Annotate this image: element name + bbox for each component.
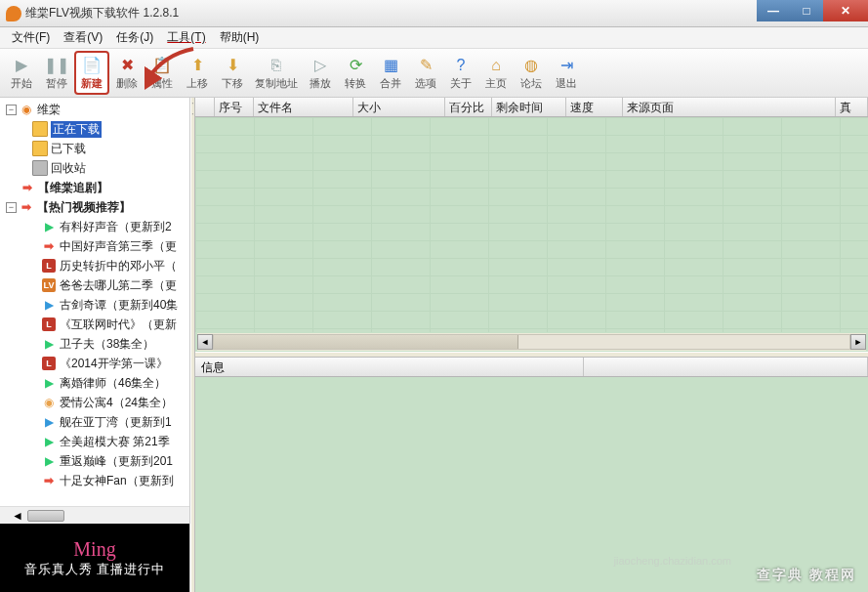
toolbar-delete-button[interactable]: ✖删除 [109, 51, 145, 95]
col-size[interactable]: 大小 [353, 98, 445, 116]
tree-item-1[interactable]: ➡中国好声音第三季（更 [2, 236, 189, 256]
close-button[interactable]: ✕ [823, 0, 868, 21]
info-body[interactable] [195, 377, 868, 592]
tree-item-9[interactable]: ◉爱情公寓4（24集全） [2, 393, 189, 412]
toolbar-pause-button[interactable]: ❚❚暂停 [39, 51, 74, 95]
sidebar: −◉维棠正在下载已下载回收站➡【维棠追剧】−➡【热门视频推荐】▶有料好声音（更新… [0, 98, 190, 592]
toolbar-copy-button[interactable]: ⎘复制地址 [250, 51, 303, 95]
toolbar-label: 上移 [186, 76, 208, 91]
options-icon: ✎ [416, 56, 435, 75]
col-percent[interactable]: 百分比 [445, 98, 492, 116]
toolbar-label: 播放 [310, 76, 331, 91]
ad-tagline: 音乐真人秀 直播进行中 [24, 561, 166, 578]
col-seq[interactable]: 序号 [215, 98, 254, 116]
folder-icon [32, 121, 48, 137]
sidebar-hscroll[interactable]: ◄ [0, 506, 189, 524]
toolbar-prop-button[interactable]: 📋属性 [145, 51, 180, 95]
tree-item-5[interactable]: L《互联网时代》（更新 [2, 315, 189, 334]
tree-item-3[interactable]: LV爸爸去哪儿第二季（更 [2, 275, 189, 295]
menu-tools[interactable]: 工具(T) [161, 27, 211, 48]
toolbar-up-button[interactable]: ⬆上移 [180, 51, 215, 95]
tree: −◉维棠正在下载已下载回收站➡【维棠追剧】−➡【热门视频推荐】▶有料好声音（更新… [0, 98, 189, 506]
ad-banner[interactable]: Ming 音乐真人秀 直播进行中 [0, 524, 189, 592]
toolbar-play-button[interactable]: ▷播放 [303, 51, 338, 95]
toolbar-down-button[interactable]: ⬇下移 [215, 51, 250, 95]
main-hscroll[interactable]: ◄► [197, 333, 866, 351]
tree-item-4[interactable]: ▶古剑奇谭（更新到40集 [2, 295, 189, 315]
toolbar-options-button[interactable]: ✎选项 [408, 51, 443, 95]
menu-help[interactable]: 帮助(H) [214, 27, 266, 48]
col-filename[interactable]: 文件名 [254, 98, 353, 116]
grid-header: 序号 文件名 大小 百分比 剩余时间 速度 来源页面 真 [195, 98, 868, 117]
maximize-button[interactable]: □ [790, 0, 823, 21]
watermark-sub: jiaocheng.chazidian.com [614, 555, 731, 567]
toolbar-new-button[interactable]: 📄新建 [74, 51, 109, 95]
start-icon: ▶ [12, 56, 31, 75]
tree-root[interactable]: −◉维棠 [2, 100, 189, 119]
pause-icon: ❚❚ [47, 56, 66, 75]
toolbar-label: 下移 [222, 76, 243, 91]
minimize-button[interactable]: — [757, 0, 790, 21]
copy-icon: ⎘ [267, 56, 286, 75]
play-icon: ▶ [41, 336, 57, 352]
col-speed[interactable]: 速度 [566, 98, 623, 116]
tree-item-8[interactable]: ▶离婚律师（46集全） [2, 373, 189, 393]
toolbar-exit-button[interactable]: ⇥退出 [549, 51, 584, 95]
tree-item-2[interactable]: L历史转折中的邓小平（ [2, 256, 189, 275]
arrow-icon: ➡ [41, 238, 57, 254]
forum-icon: ◍ [521, 56, 541, 75]
col-blank[interactable] [195, 98, 215, 116]
about-icon: ? [451, 56, 471, 75]
toolbar-home-button[interactable]: ⌂主页 [478, 51, 514, 95]
toolbar-label: 主页 [485, 76, 507, 91]
twisty-icon[interactable]: − [6, 105, 17, 115]
app-icon [6, 6, 21, 21]
info-label[interactable]: 信息 [195, 358, 584, 376]
toolbar-label: 退出 [556, 76, 577, 91]
tree-hot[interactable]: −➡【热门视频推荐】 [2, 197, 189, 217]
prop-icon: 📋 [152, 56, 172, 75]
convert-icon: ⟳ [346, 56, 365, 75]
app-node-icon: ◉ [19, 102, 34, 117]
tree-recycle[interactable]: 回收站 [2, 158, 189, 178]
toolbar-label: 新建 [81, 76, 103, 91]
play-icon: ▷ [310, 56, 330, 75]
toolbar-start-button[interactable]: ▶开始 [4, 51, 39, 95]
twisty-icon[interactable]: − [6, 202, 17, 213]
toolbar-convert-button[interactable]: ⟳转换 [338, 51, 373, 95]
toolbar-label: 选项 [415, 76, 436, 91]
menu-view[interactable]: 查看(V) [58, 27, 108, 48]
col-real[interactable]: 真 [836, 98, 868, 116]
tree-item-6[interactable]: ▶卫子夫（38集全） [2, 334, 189, 354]
tree-item-10[interactable]: ▶舰在亚丁湾（更新到1 [2, 412, 189, 432]
up-icon: ⬆ [187, 56, 207, 75]
tree-item-7[interactable]: L《2014开学第一课》 [2, 354, 189, 373]
tree-item-13[interactable]: ➡十足女神Fan（更新到 [2, 471, 189, 490]
col-source[interactable]: 来源页面 [623, 98, 836, 116]
play-icon: ▶ [41, 375, 57, 391]
info-header: 信息 [195, 358, 868, 377]
grid-body[interactable] [195, 117, 868, 332]
tree-item-11[interactable]: ▶全美超模大赛 第21季 [2, 432, 189, 451]
recycle-icon [32, 160, 48, 176]
menu-task[interactable]: 任务(J) [110, 27, 159, 48]
toolbar-merge-button[interactable]: ▦合并 [373, 51, 408, 95]
info-col2[interactable] [584, 358, 868, 376]
home-icon: ⌂ [486, 56, 506, 75]
toolbar-about-button[interactable]: ?关于 [443, 51, 478, 95]
badge-icon: LV [41, 277, 57, 293]
arrow-icon: ➡ [41, 473, 57, 488]
window-title: 维棠FLV视频下载软件 1.2.8.1 [25, 5, 179, 21]
tree-item-12[interactable]: ▶重返巅峰（更新到201 [2, 451, 189, 471]
tree-item-0[interactable]: ▶有料好声音（更新到2 [2, 217, 189, 236]
tree-downloaded[interactable]: 已下载 [2, 139, 189, 158]
col-remain[interactable]: 剩余时间 [492, 98, 566, 116]
badge-icon: L [41, 317, 57, 332]
tree-downloading[interactable]: 正在下载 [2, 119, 189, 139]
toolbar-forum-button[interactable]: ◍论坛 [514, 51, 549, 95]
menu-bar: 文件(F) 查看(V) 任务(J) 工具(T) 帮助(H) [0, 27, 868, 49]
tree-drama[interactable]: ➡【维棠追剧】 [2, 178, 189, 197]
play-icon: ▶ [41, 453, 57, 469]
menu-file[interactable]: 文件(F) [6, 27, 56, 48]
toolbar-label: 关于 [450, 76, 472, 91]
